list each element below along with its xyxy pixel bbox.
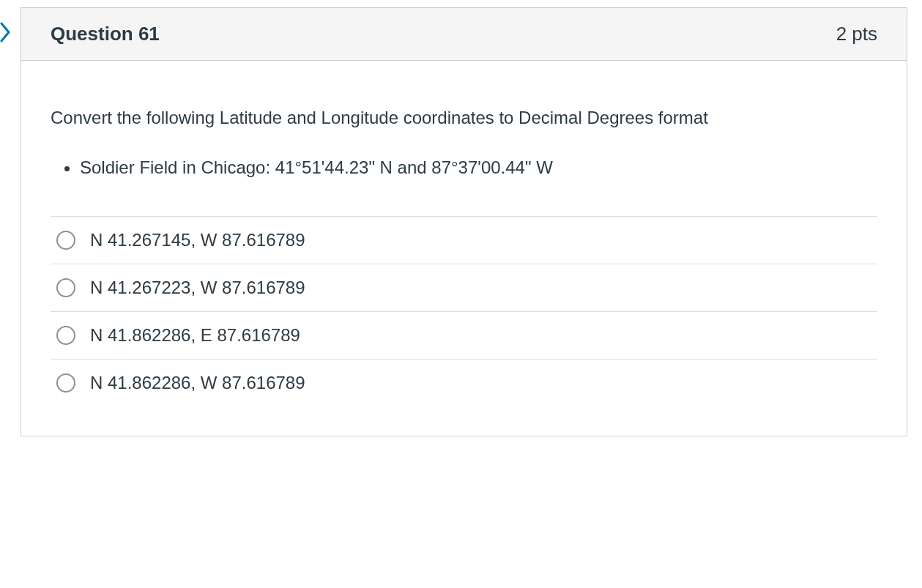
radio-icon <box>56 373 75 392</box>
answer-option[interactable]: N 41.862286, W 87.616789 <box>51 359 877 406</box>
question-body: Convert the following Latitude and Longi… <box>21 61 907 436</box>
answer-text: N 41.862286, W 87.616789 <box>90 373 305 393</box>
question-header: Question 61 2 pts <box>21 8 907 61</box>
radio-icon <box>56 278 75 297</box>
answer-option[interactable]: N 41.267145, W 87.616789 <box>51 216 877 264</box>
answer-option[interactable]: N 41.862286, E 87.616789 <box>51 311 877 359</box>
answer-option[interactable]: N 41.267223, W 87.616789 <box>51 264 877 311</box>
answer-text: N 41.267223, W 87.616789 <box>90 278 305 298</box>
next-chevron-icon[interactable] <box>0 22 12 45</box>
question-card: Question 61 2 pts Convert the following … <box>21 7 907 436</box>
answer-list: N 41.267145, W 87.616789 N 41.267223, W … <box>51 216 877 406</box>
answer-text: N 41.862286, E 87.616789 <box>90 325 300 346</box>
question-title: Question 61 <box>51 23 160 45</box>
radio-icon <box>56 231 75 250</box>
answer-text: N 41.267145, W 87.616789 <box>90 230 305 250</box>
question-bullet-item: Soldier Field in Chicago: 41°51'44.23" N… <box>80 155 877 181</box>
question-bullet-list: Soldier Field in Chicago: 41°51'44.23" N… <box>51 155 877 181</box>
radio-icon <box>56 326 75 345</box>
question-points: 2 pts <box>836 23 877 45</box>
question-prompt: Convert the following Latitude and Longi… <box>51 105 877 131</box>
